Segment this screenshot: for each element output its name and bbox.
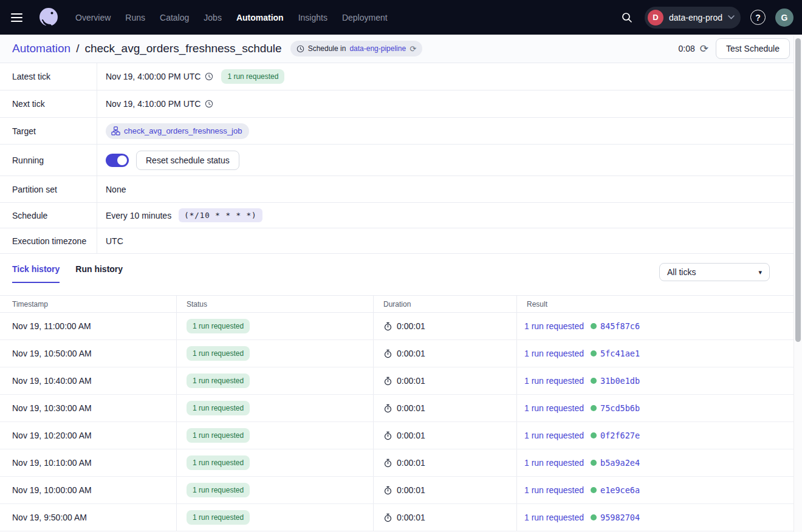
- refresh-countdown: 0:08: [679, 44, 695, 53]
- stopwatch-icon: [383, 322, 392, 331]
- detail-row-running: Running Reset schedule status: [0, 145, 793, 176]
- run-status-dot: [591, 432, 597, 438]
- page-title: check_avg_orders_freshness_schdule: [84, 42, 281, 55]
- top-nav: Overview Runs Catalog Jobs Automation In…: [0, 0, 802, 35]
- tick-filter-select[interactable]: All ticks ▾: [659, 263, 770, 281]
- run-status-dot: [591, 460, 597, 466]
- breadcrumb-separator: /: [76, 42, 79, 55]
- run-id-link[interactable]: 5fc41ae1: [600, 349, 640, 358]
- vertical-scrollbar[interactable]: [793, 35, 802, 532]
- repo-location-link[interactable]: data-eng-pipeline: [349, 44, 406, 53]
- col-result: Result: [516, 296, 793, 312]
- scrollbar-thumb[interactable]: [795, 38, 801, 342]
- workspace-name: data-eng-prod: [669, 13, 722, 22]
- nav-item-insights[interactable]: Insights: [298, 13, 327, 22]
- run-id-link[interactable]: 95982704: [600, 513, 640, 522]
- tick-row[interactable]: Nov 19, 10:30:00 AM 1 run requested 0:00…: [0, 395, 793, 422]
- tick-row[interactable]: Nov 19, 10:10:00 AM 1 run requested 0:00…: [0, 449, 793, 477]
- nav-item-catalog[interactable]: Catalog: [160, 13, 189, 22]
- run-status-dot: [591, 323, 597, 329]
- tick-result-link[interactable]: 1 run requested: [524, 349, 584, 358]
- run-id-link[interactable]: e1e9ce6a: [600, 485, 640, 495]
- tab-tick-history[interactable]: Tick history: [12, 264, 60, 283]
- tick-duration: 0:00:01: [397, 513, 425, 522]
- tick-duration: 0:00:01: [397, 458, 425, 468]
- tick-row[interactable]: Nov 19, 10:50:00 AM 1 run requested 0:00…: [0, 340, 793, 367]
- tick-status-badge: 1 run requested: [187, 483, 250, 497]
- hamburger-menu-button[interactable]: [11, 9, 28, 26]
- table-header: Timestamp Status Duration Result: [0, 296, 793, 313]
- tick-result-link[interactable]: 1 run requested: [524, 321, 584, 331]
- nav-item-deployment[interactable]: Deployment: [342, 13, 388, 22]
- breadcrumb-automation-link[interactable]: Automation: [12, 42, 70, 55]
- tick-timestamp: Nov 19, 10:30:00 AM: [12, 403, 92, 413]
- tick-timestamp: Nov 19, 9:50:00 AM: [12, 513, 87, 522]
- run-id-link[interactable]: b5a9a2e4: [600, 458, 640, 468]
- run-status-dot: [591, 487, 597, 493]
- stopwatch-icon: [383, 404, 392, 413]
- tick-result-link[interactable]: 1 run requested: [524, 403, 584, 413]
- tick-status-badge: 1 run requested: [187, 455, 250, 470]
- nav-item-jobs[interactable]: Jobs: [204, 13, 222, 22]
- tick-filter-value: All ticks: [667, 267, 696, 277]
- tick-timestamp: Nov 19, 10:00:00 AM: [12, 485, 92, 495]
- tick-row[interactable]: Nov 19, 10:20:00 AM 1 run requested 0:00…: [0, 422, 793, 449]
- tick-history-table: Timestamp Status Duration Result Nov 19,…: [0, 295, 793, 531]
- stopwatch-icon: [383, 349, 392, 358]
- target-label: Target: [0, 118, 97, 144]
- tick-row[interactable]: Nov 19, 11:00:00 AM 1 run requested 0:00…: [0, 313, 793, 340]
- next-tick-label: Next tick: [0, 90, 97, 117]
- tick-timestamp: Nov 19, 10:10:00 AM: [12, 458, 92, 468]
- latest-tick-label: Latest tick: [0, 63, 97, 90]
- tick-result-link[interactable]: 1 run requested: [524, 431, 584, 440]
- tick-status-badge: 1 run requested: [187, 319, 250, 333]
- refresh-icon[interactable]: ⟳: [700, 44, 708, 54]
- run-id-link[interactable]: 0f2f627e: [600, 431, 640, 440]
- running-toggle[interactable]: [106, 154, 129, 167]
- user-avatar[interactable]: G: [775, 9, 793, 27]
- breadcrumb-bar: Automation / check_avg_orders_freshness_…: [0, 35, 802, 63]
- run-id-link[interactable]: 31b0e1db: [600, 376, 640, 386]
- sync-icon[interactable]: ⟳: [410, 45, 416, 53]
- cron-expression: (*/10 * * * *): [179, 208, 262, 222]
- timezone-value: UTC: [106, 236, 123, 246]
- reset-schedule-status-button[interactable]: Reset schedule status: [136, 151, 239, 170]
- tick-row[interactable]: Nov 19, 10:00:00 AM 1 run requested 0:00…: [0, 477, 793, 504]
- detail-row-timezone: Execution timezone UTC: [0, 228, 793, 254]
- workspace-initial-badge: D: [648, 10, 663, 26]
- run-status-dot: [591, 350, 597, 356]
- nav-item-overview[interactable]: Overview: [75, 13, 111, 22]
- run-id-link[interactable]: 845f87c6: [600, 321, 640, 331]
- schedule-location-badge: Schedule in data-eng-pipeline ⟳: [290, 41, 422, 56]
- next-tick-time: Nov 19, 4:10:00 PM UTC: [106, 99, 200, 109]
- tick-timestamp: Nov 19, 10:50:00 AM: [12, 349, 92, 358]
- workspace-switcher[interactable]: D data-eng-prod: [645, 7, 741, 29]
- search-icon[interactable]: [618, 9, 636, 27]
- col-status: Status: [176, 296, 373, 312]
- tick-status-badge: 1 run requested: [187, 401, 250, 415]
- tick-result-link[interactable]: 1 run requested: [524, 458, 584, 468]
- nav-item-runs[interactable]: Runs: [125, 13, 145, 22]
- chevron-down-icon: [728, 15, 735, 19]
- target-job-link[interactable]: check_avg_orders_freshness_job: [124, 126, 242, 135]
- nav-item-automation[interactable]: Automation: [236, 13, 284, 22]
- tick-row[interactable]: Nov 19, 9:50:00 AM 1 run requested 0:00:…: [0, 504, 793, 531]
- stopwatch-icon: [383, 431, 392, 440]
- run-status-dot: [591, 514, 597, 520]
- tick-status-badge: 1 run requested: [187, 373, 250, 388]
- clock-icon: [205, 72, 213, 81]
- help-icon[interactable]: ?: [750, 10, 766, 25]
- clock-icon: [205, 100, 213, 108]
- test-schedule-button[interactable]: Test Schedule: [716, 38, 790, 59]
- tick-result-link[interactable]: 1 run requested: [524, 513, 584, 522]
- tick-row[interactable]: Nov 19, 10:40:00 AM 1 run requested 0:00…: [0, 367, 793, 395]
- dagster-logo-icon[interactable]: [36, 5, 61, 30]
- tick-timestamp: Nov 19, 10:20:00 AM: [12, 431, 92, 440]
- run-id-link[interactable]: 75cd5b6b: [600, 403, 640, 413]
- caret-down-icon: ▾: [758, 268, 762, 276]
- tick-result-link[interactable]: 1 run requested: [524, 485, 584, 495]
- target-job-pill[interactable]: check_avg_orders_freshness_job: [106, 123, 249, 139]
- tab-run-history[interactable]: Run history: [75, 264, 123, 282]
- tick-result-link[interactable]: 1 run requested: [524, 376, 584, 386]
- history-tabs-bar: Tick history Run history All ticks ▾: [0, 254, 793, 295]
